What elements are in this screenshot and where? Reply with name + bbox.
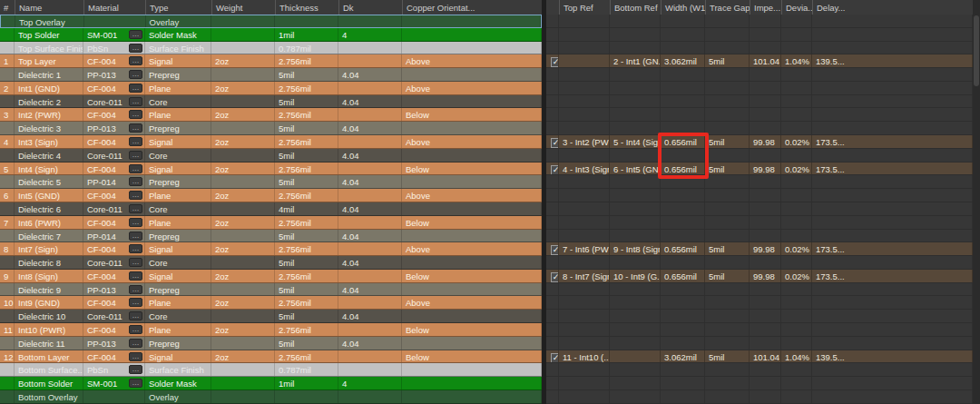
cell-name[interactable]: Dielectric 8 [15,256,83,269]
cell-dk[interactable] [338,323,402,336]
cell-thickness[interactable]: 2.756mil [275,82,338,94]
cell-bottom_ref[interactable]: 9 - Int8 (Sign) [610,242,661,255]
cell-orient[interactable]: Below [402,216,542,229]
cell-name[interactable]: Int4 (Sign) [15,163,83,175]
material-browse-button[interactable]: … [129,325,142,334]
cell-weight[interactable] [211,230,275,242]
cell-thickness[interactable]: 5mil [275,175,338,188]
cell-top_ref[interactable] [559,54,610,67]
cell-thickness[interactable]: 2.756mil [275,163,338,175]
stackup-row[interactable]: 4Int3 (Sign)CF-004…Signal2oz2.756milAbov… [0,135,542,149]
stackup-row[interactable]: Dielectric 7PP-014…Prepreg5mil4.04 [0,230,542,243]
cell-weight[interactable]: 2oz [211,296,275,309]
cell-thickness[interactable]: 5mil [275,337,338,350]
cell-dk[interactable]: 4.04 [338,256,402,269]
cell-bottom_ref[interactable]: 6 - Int5 (GN... [610,163,661,175]
material-browse-button[interactable]: … [129,177,142,186]
cell-orient[interactable] [402,230,542,242]
row-checkbox[interactable]: ✓ [551,165,559,175]
cell-dk[interactable] [338,108,402,121]
cell-orient[interactable] [402,68,542,81]
cell-orient[interactable]: Above [402,135,542,148]
cell-weight[interactable] [211,256,275,269]
cell-deviation[interactable]: 0.02% [781,242,812,255]
material-browse-button[interactable]: … [129,258,142,267]
cell-deviation[interactable]: 0.02% [781,270,812,282]
cell-dk[interactable] [338,363,402,376]
stackup-row[interactable]: Dielectric 11PP-013…Prepreg5mil4.04 [0,337,542,350]
cell-type[interactable]: Signal [145,350,211,363]
material-browse-button[interactable]: … [129,352,142,361]
cell-thickness[interactable] [275,390,338,403]
cell-weight[interactable]: 2oz [211,163,275,175]
cell-weight[interactable] [211,390,275,403]
cell-thickness[interactable]: 5mil [275,68,338,81]
cell-orient[interactable]: Below [402,350,542,363]
cell-name[interactable]: Int1 (GND) [15,82,83,94]
material-browse-button[interactable]: … [129,285,142,294]
material-browse-button[interactable]: … [129,339,142,348]
vertical-scrollbar[interactable] [973,0,980,404]
cell-weight[interactable] [211,175,275,188]
cell-thickness[interactable] [275,15,338,27]
cell-weight[interactable] [211,15,275,27]
cell-dk[interactable] [338,135,402,148]
row-checkbox[interactable]: ✓ [551,138,559,148]
cell-thickness[interactable]: 2.756mil [275,108,338,121]
cell-weight[interactable] [211,149,275,162]
cell-dk[interactable] [338,350,402,363]
cell-weight[interactable]: 2oz [211,189,275,202]
cell-name[interactable]: Int2 (PWR) [15,108,83,121]
cell-type[interactable]: Plane [145,296,211,309]
material-browse-button[interactable]: … [129,232,142,241]
cell-name[interactable]: Dielectric 3 [15,122,83,134]
cell-name[interactable]: Dielectric 6 [15,202,83,215]
material-browse-button[interactable]: … [129,164,142,173]
cell-thickness[interactable]: 1mil [275,28,338,41]
cell-dk[interactable]: 4.04 [338,230,402,242]
cell-name[interactable]: Int10 (PWR) [15,323,83,336]
material-browse-button[interactable]: … [129,44,142,53]
stackup-row[interactable]: 6Int5 (GND)CF-004…Plane2oz2.756milAbove [0,189,542,202]
impedance-row[interactable]: ✓4 - Int3 (Sign)6 - Int5 (GN...0.656mil5… [546,163,973,176]
material-browse-button[interactable]: … [129,110,142,119]
cell-weight[interactable]: 2oz [211,270,275,282]
cell-checkbox[interactable]: ✓ [546,270,559,282]
cell-material[interactable]: PbSn… [83,363,145,376]
cell-thickness[interactable]: 2.756mil [275,54,338,67]
cell-dk[interactable] [338,42,402,54]
cell-orient[interactable] [402,310,542,322]
cell-thickness[interactable]: 5mil [275,230,338,242]
cell-material[interactable]: Core-011… [83,256,145,269]
cell-orient[interactable] [402,42,542,54]
cell-thickness[interactable]: 5mil [275,256,338,269]
cell-orient[interactable] [402,283,542,296]
cell-thickness[interactable]: 5mil [275,122,338,134]
cell-dk[interactable] [338,390,402,403]
cell-type[interactable]: Solder Mask [145,377,211,389]
material-browse-button[interactable]: … [129,123,142,133]
cell-trace_gap[interactable]: 5mil [705,242,750,255]
cell-thickness[interactable]: 2.756mil [275,350,338,363]
cell-thickness[interactable]: 5mil [275,95,338,108]
stackup-row[interactable]: Dielectric 6Core-011…Core4mil4.04 [0,202,542,216]
cell-bottom_ref[interactable]: 2 - Int1 (GN... [610,54,661,67]
cell-type[interactable]: Plane [145,82,211,94]
cell-dk[interactable]: 4.04 [338,202,402,215]
cell-checkbox[interactable]: ✓ [546,242,559,255]
cell-deviation[interactable]: 0.02% [781,163,812,175]
cell-orient[interactable]: Above [402,242,542,255]
cell-orient[interactable] [402,149,542,162]
material-browse-button[interactable]: … [129,137,142,146]
cell-orient[interactable] [402,95,542,108]
impedance-row[interactable]: ✓8 - Int7 (Sign)10 - Int9 (G...0.656mil5… [546,270,973,283]
cell-type[interactable]: Signal [145,270,211,282]
cell-material[interactable]: CF-004… [83,54,145,67]
cell-weight[interactable] [211,283,275,296]
cell-type[interactable]: Prepreg [145,283,211,296]
cell-orient[interactable]: Below [402,270,542,282]
cell-material[interactable] [83,390,145,403]
cell-deviation[interactable]: 0.02% [781,135,812,148]
cell-trace_gap[interactable]: 5mil [705,270,750,282]
cell-type[interactable]: Prepreg [145,175,211,188]
